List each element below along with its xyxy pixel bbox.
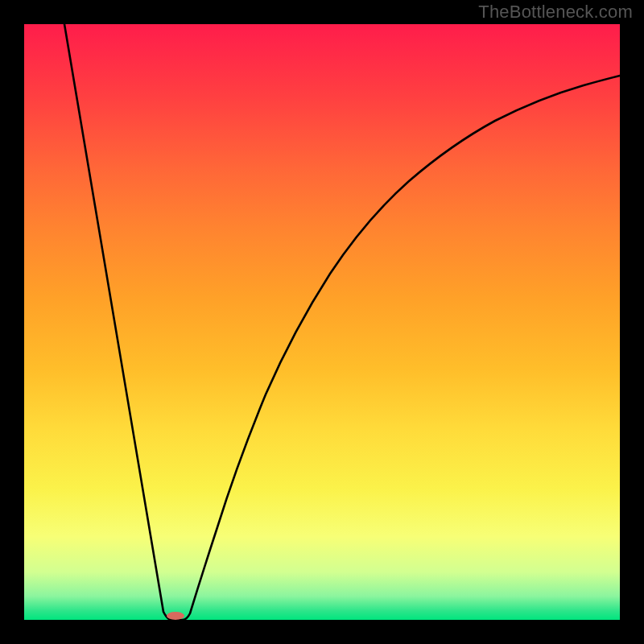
minimum-marker-icon bbox=[167, 612, 184, 620]
bottleneck-curve-chart bbox=[24, 24, 620, 620]
watermark-text: TheBottleneck.com bbox=[478, 2, 633, 23]
bottleneck-curve-path bbox=[64, 24, 620, 620]
